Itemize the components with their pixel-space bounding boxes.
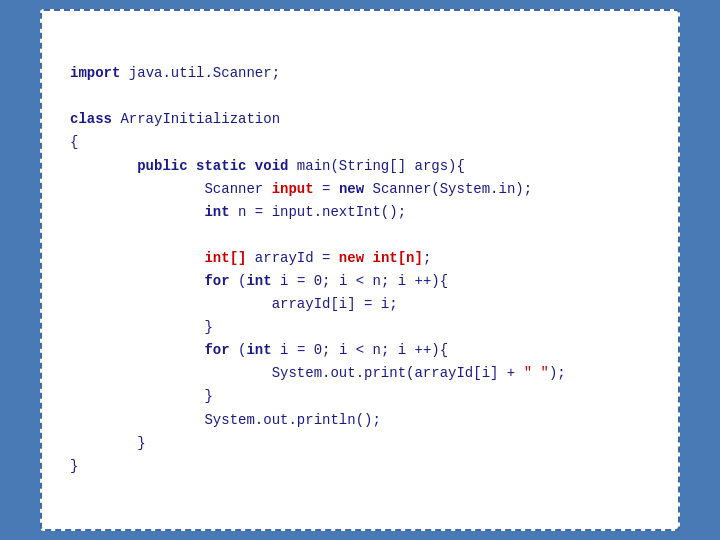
- line-open-brace: {: [70, 134, 78, 150]
- code-panel: import java.util.Scanner; class ArrayIni…: [40, 9, 680, 531]
- line-close1: }: [70, 319, 213, 335]
- line-class: class ArrayInitialization: [70, 111, 280, 127]
- line-close-class: }: [70, 458, 78, 474]
- line-import: import java.util.Scanner;: [70, 65, 280, 81]
- line-main: public static void main(String[] args){: [70, 158, 465, 174]
- line-array-decl: int[] arrayId = new int[n];: [70, 250, 431, 266]
- line-for1: for (int i = 0; i < n; i ++){: [70, 273, 448, 289]
- line-nextint: int n = input.nextInt();: [70, 204, 406, 220]
- line-for2: for (int i = 0; i < n; i ++){: [70, 342, 448, 358]
- line-print: System.out.print(arrayId[i] + " ");: [70, 365, 566, 381]
- line-scanner: Scanner input = new Scanner(System.in);: [70, 181, 532, 197]
- line-assign: arrayId[i] = i;: [70, 296, 398, 312]
- line-println: System.out.println();: [70, 412, 381, 428]
- code-block: import java.util.Scanner; class ArrayIni…: [70, 39, 646, 501]
- line-close2: }: [70, 388, 213, 404]
- line-close-method: }: [70, 435, 146, 451]
